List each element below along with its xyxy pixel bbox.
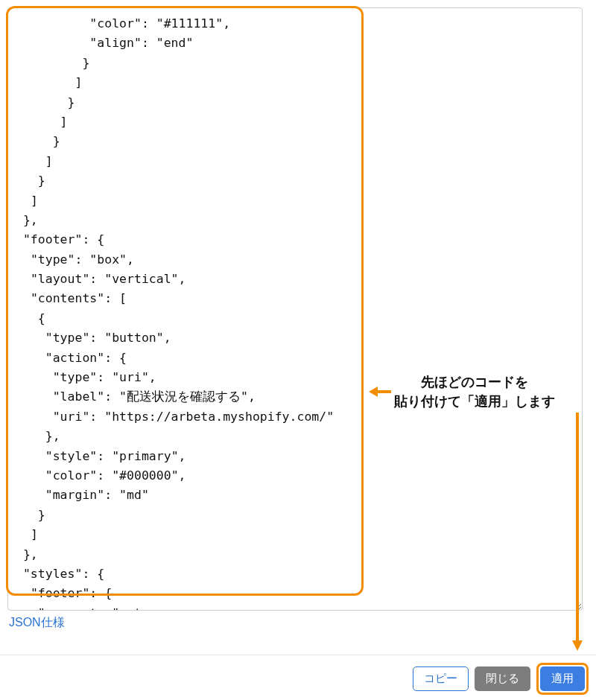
apply-highlight-box: 適用	[536, 663, 589, 695]
json-code-textarea[interactable]: "color": "#111111", "align": "end" } ] }…	[7, 7, 583, 611]
button-bar: コピー 閉じる 適用	[0, 655, 596, 695]
svg-marker-3	[572, 640, 583, 651]
json-spec-link[interactable]: JSON仕様	[9, 615, 65, 631]
close-button[interactable]: 閉じる	[475, 666, 530, 691]
copy-button[interactable]: コピー	[413, 666, 469, 691]
apply-button[interactable]: 適用	[540, 666, 585, 691]
